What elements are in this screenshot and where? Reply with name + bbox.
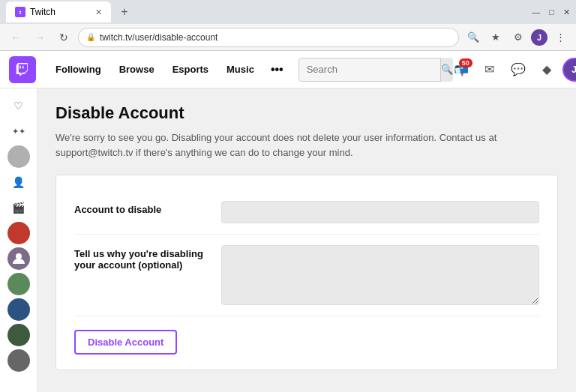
- browser-toolbar: ← → ↻ 🔒 twitch.tv/user/disable-account 🔍…: [0, 24, 576, 51]
- account-field-row: Account to disable: [74, 190, 539, 235]
- page-body: ♡ ✦✦ 👤 🎬 Disable Account We're sorry to …: [0, 88, 576, 392]
- profile-icon[interactable]: J: [531, 29, 548, 46]
- nav-music[interactable]: Music: [219, 59, 262, 79]
- sidebar-recommend-icon[interactable]: ✦✦: [8, 120, 30, 142]
- reason-textarea[interactable]: [221, 245, 539, 305]
- browser-title-bar: t Twitch ✕ + — □ ✕: [0, 0, 576, 24]
- sidebar-avatar-6[interactable]: [8, 324, 30, 346]
- crown-icon: ◆: [542, 62, 551, 76]
- sidebar-heart-icon[interactable]: ♡: [8, 94, 30, 117]
- tab-close-button[interactable]: ✕: [95, 7, 102, 17]
- chat-icon: 💬: [511, 62, 526, 76]
- close-button[interactable]: ✕: [563, 7, 570, 17]
- new-tab-button[interactable]: +: [116, 3, 134, 21]
- nav-esports[interactable]: Esports: [165, 59, 216, 79]
- reload-button[interactable]: ↻: [54, 28, 74, 47]
- page-title: Disable Account: [56, 103, 558, 123]
- svg-point-0: [16, 253, 22, 259]
- reason-field-row: Tell us why you're disabling your accoun…: [74, 235, 539, 316]
- notification-badge: 50: [459, 58, 472, 67]
- form-actions: Disable Account: [74, 319, 539, 355]
- user-avatar[interactable]: J: [562, 58, 576, 82]
- address-bar[interactable]: 🔒 twitch.tv/user/disable-account: [78, 28, 459, 47]
- disable-account-form: Account to disable Tell us why you're di…: [56, 175, 558, 370]
- lock-icon: 🔒: [86, 33, 95, 41]
- account-input[interactable]: [221, 201, 539, 223]
- search-bar[interactable]: 🔍: [298, 58, 448, 82]
- mail-button[interactable]: ✉: [477, 57, 502, 82]
- notifications-button[interactable]: 📬 50: [448, 57, 474, 82]
- nav-browse[interactable]: Browse: [112, 59, 162, 79]
- chat-button[interactable]: 💬: [506, 57, 531, 82]
- bookmark-star-icon[interactable]: ★: [486, 28, 506, 47]
- reason-label: Tell us why you're disabling your accoun…: [74, 245, 209, 271]
- page-description: We're sorry to see you go. Disabling you…: [56, 130, 520, 160]
- extensions-icon[interactable]: ⚙: [508, 28, 528, 47]
- menu-icon[interactable]: ⋮: [550, 28, 570, 47]
- sidebar-avatar-1[interactable]: [8, 145, 30, 168]
- forward-button[interactable]: →: [30, 28, 50, 47]
- twitch-logo[interactable]: [9, 56, 36, 83]
- main-content: Disable Account We're sorry to see you g…: [38, 88, 576, 392]
- browser-tab[interactable]: t Twitch ✕: [6, 1, 111, 22]
- nav-following[interactable]: Following: [48, 59, 109, 79]
- nav-more-button[interactable]: •••: [265, 58, 290, 81]
- sidebar-avatar-3[interactable]: [8, 247, 30, 270]
- zoom-icon[interactable]: 🔍: [464, 28, 483, 47]
- search-input[interactable]: [299, 64, 440, 75]
- tab-favicon: t: [15, 7, 26, 17]
- prime-button[interactable]: ◆: [534, 57, 560, 82]
- sidebar-avatar-4[interactable]: [8, 273, 30, 295]
- account-label: Account to disable: [74, 201, 209, 215]
- sidebar-video-icon[interactable]: 🎬: [8, 196, 30, 219]
- minimize-button[interactable]: —: [532, 7, 540, 16]
- nav-links: Following Browse Esports Music •••: [48, 58, 290, 81]
- sidebar-avatar-7[interactable]: [8, 349, 30, 372]
- window-controls: — □ ✕: [532, 7, 570, 17]
- tab-title: Twitch: [30, 7, 56, 17]
- sidebar-user-icon[interactable]: 👤: [8, 171, 30, 193]
- twitch-navbar: Following Browse Esports Music ••• 🔍 📬 5…: [0, 51, 576, 88]
- mail-icon: ✉: [484, 62, 494, 76]
- sidebar-avatar-5[interactable]: [8, 298, 30, 321]
- sidebar-avatar-2[interactable]: [8, 222, 30, 244]
- maximize-button[interactable]: □: [549, 7, 554, 16]
- sidebar: ♡ ✦✦ 👤 🎬: [0, 88, 38, 392]
- back-button[interactable]: ←: [6, 28, 26, 47]
- address-url: twitch.tv/user/disable-account: [100, 32, 218, 43]
- toolbar-icons: 🔍 ★ ⚙ J ⋮: [464, 28, 570, 47]
- nav-right-icons: 📬 50 ✉ 💬 ◆ J: [448, 57, 576, 82]
- disable-account-button[interactable]: Disable Account: [74, 330, 177, 355]
